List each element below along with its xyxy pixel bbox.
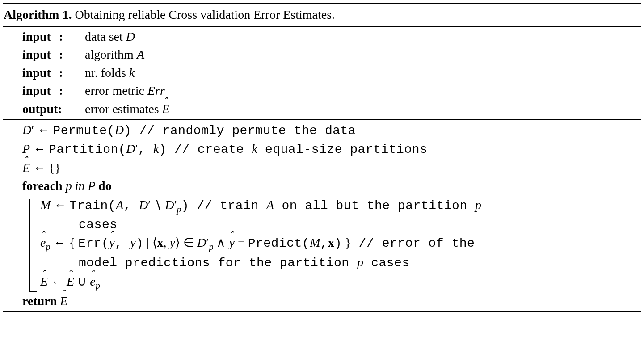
io-block: input: data set D input: algorithm A inp… [3,27,641,119]
stmt-partition: P ← Partition(D′, k) // create k equal-s… [22,140,641,159]
input-row-2: input: algorithm A [22,46,641,64]
io-text: data set D [85,28,135,46]
io-label: input: [22,82,85,100]
stmt-foreach: foreach p in P do [22,177,641,195]
io-text: algorithm A [85,46,144,64]
io-label: input: [22,28,85,46]
stmt-return: return E [22,292,641,311]
io-label: output: [22,100,85,118]
loop-rule [22,196,38,292]
input-row-4: input: error metric Err [22,82,641,100]
stmt-train: M ← Train(A, D′ ∖ D′p) // train A on all… [40,196,641,216]
stmt-error-cont: model predictions for the partition p ca… [40,253,641,273]
stmt-union: E ← E ∪ ep [40,273,641,292]
stmt-train-cont: cases [40,216,641,234]
loop-block: M ← Train(A, D′ ∖ D′p) // train A on all… [22,196,641,292]
algorithm-body: D′ ← Permute(D) // randomly permute the … [3,120,641,312]
input-row-3: input: nr. folds k [22,64,641,82]
stmt-init-E: E ← {} [22,159,641,177]
stmt-error: ep ← { Err(y, y) | ⟨x, y⟩ ∈ D′p ∧ y = Pr… [40,234,641,253]
input-row-1: input: data set D [22,28,641,46]
io-text: error estimates E [85,100,170,118]
algorithm-box: Algorithm 1. Obtaining reliable Cross va… [3,3,641,312]
io-text: nr. folds k [85,64,135,82]
rule-bottom [3,311,641,312]
algorithm-caption: Obtaining reliable Cross validation Erro… [72,8,335,21]
loop-body: M ← Train(A, D′ ∖ D′p) // train A on all… [38,196,641,292]
algorithm-title-row: Algorithm 1. Obtaining reliable Cross va… [3,4,641,26]
io-label: input: [22,46,85,64]
output-row: output: error estimates E [22,100,641,118]
io-label: input: [22,64,85,82]
stmt-permute: D′ ← Permute(D) // randomly permute the … [22,121,641,140]
io-text: error metric Err [85,82,165,100]
algorithm-number: Algorithm 1. [4,8,72,21]
